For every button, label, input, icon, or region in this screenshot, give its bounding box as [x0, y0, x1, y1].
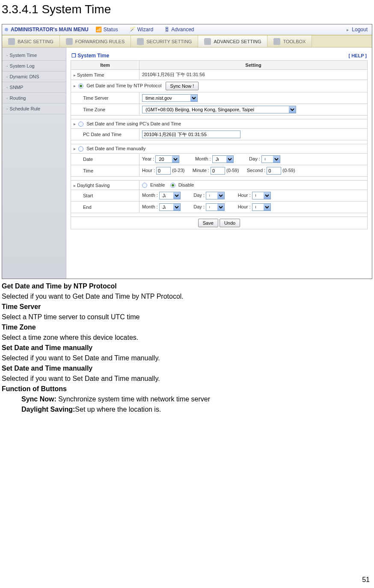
- ds-hour-label-2: Hour :: [238, 204, 251, 209]
- row-time-server-value: time.nist.gov: [140, 92, 368, 104]
- row-system-time-value: 2010年1月26日 下午 01:31:56: [140, 70, 368, 80]
- save-button[interactable]: Save: [198, 219, 218, 227]
- page-number: 51: [362, 576, 370, 584]
- start-day-select[interactable]: 01: [206, 192, 225, 199]
- day-select[interactable]: 01: [261, 155, 280, 163]
- help-link[interactable]: [ HELP ]: [348, 53, 367, 58]
- radio-disable[interactable]: [170, 183, 175, 188]
- year-label: Year :: [142, 156, 154, 161]
- hour-input[interactable]: [156, 167, 171, 175]
- th-item: Item: [71, 61, 140, 70]
- sidebar-item-dynamic-dns[interactable]: Dynamic DNS: [2, 71, 66, 82]
- advanced-tab-icon: [204, 38, 211, 45]
- basic-icon: [8, 38, 15, 45]
- security-icon: [137, 38, 144, 45]
- menu-status[interactable]: 📶Status: [95, 27, 118, 33]
- p-timeserver: Select a NTP time server to consult UTC …: [2, 313, 372, 321]
- start-month-select[interactable]: Jan: [159, 192, 181, 199]
- ntp-label: Get Date and Time by NTP Protocol: [86, 83, 161, 88]
- h-ntp: Get Date and Time by NTP Protocol: [2, 282, 372, 290]
- menu-wizard[interactable]: 🪄Wizard: [129, 27, 153, 33]
- advanced-icon: 🎛: [164, 27, 169, 33]
- ds-month-label-1: Month :: [142, 193, 158, 198]
- start-hour-select[interactable]: 00: [252, 192, 271, 199]
- tab-bar: BASIC SETTING FORWARDING RULES SECURITY …: [2, 36, 372, 48]
- end-day-select[interactable]: 01: [206, 203, 225, 211]
- content-panel: ❐ System Time [ HELP ] Item Setting ▸Sys…: [66, 48, 372, 279]
- time-server-select[interactable]: time.nist.gov: [142, 94, 198, 102]
- forwarding-icon: [66, 38, 73, 45]
- manual-label: Set Date and Time manually: [86, 146, 145, 151]
- panel-header: ❐ System Time [ HELP ]: [71, 51, 368, 60]
- radio-pc-time[interactable]: [78, 122, 83, 127]
- sidebar-item-system-time[interactable]: System Time: [2, 50, 66, 61]
- radio-ntp[interactable]: [78, 83, 83, 89]
- panel-title-text: ❐ System Time: [71, 53, 109, 59]
- tab-forwarding-rules[interactable]: FORWARDING RULES: [60, 36, 131, 47]
- sidebar-item-routing[interactable]: Routing: [2, 93, 66, 104]
- pc-date-input[interactable]: [142, 131, 240, 138]
- row-pc-date-label: PC Date and Time: [71, 129, 140, 140]
- hour-range: (0-23): [172, 168, 184, 173]
- p-ntp: Selected if you want to Get Date and Tim…: [2, 293, 372, 300]
- h-manual2: Set Date and Time manually: [2, 365, 372, 372]
- row-time-server-label: Time Server: [71, 92, 140, 104]
- month-select[interactable]: Jun: [212, 155, 234, 163]
- minute-label: Minute :: [193, 168, 209, 173]
- th-setting: Setting: [140, 61, 368, 70]
- second-input[interactable]: [267, 167, 281, 175]
- ds-month-label-2: Month :: [142, 204, 158, 209]
- radio-manual[interactable]: [78, 146, 83, 151]
- h-timeserver: Time Server: [2, 303, 372, 311]
- app-screenshot: ADMINISTRATOR's MAIN MENU 📶Status 🪄Wizar…: [2, 24, 372, 279]
- chevron-right-icon: ▸: [347, 27, 349, 32]
- tab-security-setting[interactable]: SECURITY SETTING: [131, 36, 198, 47]
- row-system-time-label: ▸System Time: [71, 70, 140, 80]
- second-range: (0-59): [282, 168, 295, 173]
- bullet-icon: [5, 28, 8, 31]
- row-time-zone-label: Time Zone: [71, 104, 140, 116]
- tab-toolbox[interactable]: TOOLBOX: [267, 36, 312, 47]
- p-syncnow: Sync Now: Synchronize system time with n…: [21, 395, 372, 403]
- row-ntp: ▸ Get Date and Time by NTP Protocol Sync…: [71, 80, 368, 92]
- h-timezone: Time Zone: [2, 324, 372, 331]
- month-label: Month :: [195, 156, 211, 161]
- minute-range: (0-59): [226, 168, 239, 173]
- p-daylight: Daylight Saving:Set up where the locatio…: [21, 406, 372, 413]
- disable-label: Disable: [178, 182, 194, 187]
- time-zone-select[interactable]: (GMT+08:00) Beijing, Hong Kong, Singapor…: [142, 106, 296, 113]
- p-timezone: Select a time zone where this device loc…: [2, 334, 372, 342]
- pc-label: Set Date and Time using PC's Date and Ti…: [86, 121, 181, 126]
- p-manual1: Selected if you want to Set Date and Tim…: [2, 354, 372, 362]
- minute-input[interactable]: [211, 167, 225, 175]
- row-daylight-label: ▸Daylight Saving: [71, 181, 140, 190]
- row-manual: ▸ Set Date and Time manually: [71, 144, 368, 154]
- doc-body: Get Date and Time by NTP Protocol Select…: [2, 282, 372, 413]
- end-hour-select[interactable]: 00: [252, 203, 271, 211]
- ds-hour-label-1: Hour :: [238, 193, 251, 198]
- wizard-icon: 🪄: [129, 27, 136, 33]
- year-select[interactable]: 2009: [155, 155, 179, 163]
- sidebar-item-snmp[interactable]: SNMP: [2, 82, 66, 93]
- sync-now-button[interactable]: Sync Now !: [166, 82, 199, 90]
- row-pc-time: ▸ Set Date and Time using PC's Date and …: [71, 119, 368, 129]
- radio-enable[interactable]: [142, 183, 147, 188]
- menu-logout[interactable]: ▸Logout: [342, 27, 372, 33]
- sidebar-item-schedule-rule[interactable]: Schedule Rule: [2, 104, 66, 114]
- sidebar: System Time System Log Dynamic DNS SNMP …: [2, 48, 66, 279]
- p-manual2: Selected if you want to Set Date and Tim…: [2, 375, 372, 383]
- tab-basic-setting[interactable]: BASIC SETTING: [2, 36, 60, 47]
- tab-advanced-setting[interactable]: ADVANCED SETTING: [198, 36, 267, 47]
- end-month-select[interactable]: Jan: [159, 203, 181, 211]
- row-date-label: Date: [71, 154, 140, 165]
- undo-button[interactable]: Undo: [220, 219, 240, 227]
- hour-label: Hour :: [142, 168, 155, 173]
- enable-label: Enable: [150, 182, 165, 187]
- menu-advanced[interactable]: 🎛Advanced: [164, 27, 194, 33]
- sidebar-item-system-log[interactable]: System Log: [2, 61, 66, 71]
- second-label: Second :: [247, 168, 265, 173]
- row-start-label: Start: [71, 190, 140, 202]
- page-title: 3.3.4.1 System Time: [0, 3, 374, 16]
- h-buttons: Function of Buttons: [2, 385, 372, 393]
- h-manual1: Set Date and Time manually: [2, 344, 372, 352]
